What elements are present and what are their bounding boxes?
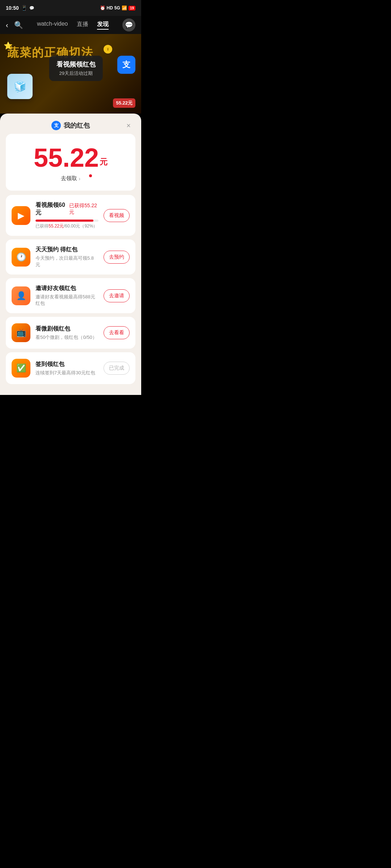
clock-icon: 🕐 [16, 252, 26, 262]
avatar[interactable]: 💬 [122, 18, 135, 31]
alipay-icon: 支 [122, 59, 130, 70]
task-progress-fill [35, 220, 93, 222]
modal-title: 支 我的红包 [51, 121, 90, 130]
task-title-invite: 邀请好友领红包 [35, 285, 98, 292]
hd-label: HD [107, 5, 113, 10]
drama-icon: 📺 [16, 328, 26, 337]
collect-button[interactable]: 去领取 › [13, 175, 128, 182]
nav-tabs: watch-video 直播 发现 [37, 21, 108, 30]
task-earned: 已获得55.22元 [69, 203, 98, 216]
task-icon-friend: 👤 [12, 286, 30, 305]
task-desc-signin: 连续签到7天最高得30元红包 [35, 370, 98, 376]
task-content-video: 看视频领60元 已获得55.22元 已获得55.22元/60.00元（92%） [35, 201, 98, 229]
task-card-watch-drama: 📺 看微剧领红包 看50个微剧，领红包（0/50） 去看看 [6, 317, 135, 349]
time: 10:50 [6, 5, 19, 11]
task-row: 🕐 天天预约 得红包 今天预约，次日最高可领5.8元 去预约 [12, 246, 130, 268]
task-desc-reserve: 今天预约，次日最高可领5.8元 [35, 255, 98, 268]
coin-icon: ¥ [104, 45, 112, 54]
task-card-watch-video: ▶ 看视频领60元 已获得55.22元 已获得55.22元/60.00元（92%… [6, 195, 135, 236]
task-title-text: 看视频领60元 [35, 201, 67, 217]
watch-video-button[interactable]: 看视频 [104, 209, 130, 222]
task-desc-invite: 邀请好友看视频最高得588元红包 [35, 294, 98, 307]
notification-icon: 💬 [29, 6, 34, 10]
task-progress-bar-container [35, 220, 98, 222]
alipay-small-icon: 支 [51, 121, 61, 130]
task-desc-drama: 看50个微剧，领红包（0/50） [35, 334, 98, 341]
task-icon-clock: 🕐 [12, 248, 30, 267]
task-title-signin: 签到领红包 [35, 361, 98, 368]
popup-title: 看视频领红包 [56, 60, 96, 69]
chevron-right-icon: › [79, 176, 80, 182]
task-card-daily-reserve: 🕐 天天预约 得红包 今天预约，次日最高可领5.8元 去预约 [6, 239, 135, 275]
task-content-drama: 看微剧领红包 看50个微剧，领红包（0/50） [35, 325, 98, 341]
watch-drama-button[interactable]: 去看看 [104, 326, 130, 339]
add-friend-icon: 👤 [16, 291, 26, 301]
popup-sub: 29天后活动过期 [56, 70, 96, 77]
tab-live[interactable]: 直播 [77, 21, 88, 30]
task-icon-signin: ✅ [12, 359, 30, 378]
alarm-icon: ⏰ [100, 5, 105, 10]
signin-done-button: 已完成 [104, 362, 130, 375]
task-icon-video: ▶ [12, 206, 30, 225]
tab-discover[interactable]: 发现 [97, 21, 109, 30]
amount-badge: 55.22元 [113, 98, 135, 108]
amount-value: 55.22 [34, 143, 99, 172]
reserve-button[interactable]: 去预约 [104, 251, 130, 264]
modal-header: 支 我的红包 × [0, 114, 141, 134]
task-icon-drama: 📺 [12, 323, 30, 342]
modal-title-text: 我的红包 [64, 121, 90, 130]
star-icon: ⭐ [4, 41, 13, 50]
task-progress-text: 已获得55.22元/60.00元（92%） [35, 223, 98, 229]
amount-card: 55.22元 去领取 › [6, 134, 135, 191]
task-row: 👤 邀请好友领红包 邀请好友看视频最高得588元红包 去邀请 [12, 285, 130, 307]
task-title-drama: 看微剧领红包 [35, 325, 98, 333]
signal-label: 5G [114, 5, 120, 10]
task-content-signin: 签到领红包 连续签到7天最高得30元红包 [35, 361, 98, 376]
tab-follow[interactable]: watch-video [37, 21, 68, 30]
task-content-invite: 邀请好友领红包 邀请好友看视频最高得588元红包 [35, 285, 98, 307]
task-row: ✅ 签到领红包 连续签到7天最高得30元红包 已完成 [12, 359, 130, 378]
close-button[interactable]: × [123, 120, 134, 131]
avatar-icon: 💬 [125, 21, 133, 29]
mascot-face: 🧊 [14, 81, 26, 93]
signal-bars-icon: 📶 [122, 5, 127, 10]
battery-indicator: 19 [129, 6, 135, 10]
collect-text: 去领取 [61, 175, 77, 182]
alipay-badge: 支 [117, 56, 135, 74]
task-card-signin: ✅ 签到领红包 连续签到7天最高得30元红包 已完成 [6, 352, 135, 384]
video-banner: 蔬菜的正确切法 ⭐ ¥ 🧊 看视频领红包 29天后活动过期 支 55.22元 [0, 34, 141, 114]
task-title-video: 看视频领60元 已获得55.22元 [35, 201, 98, 217]
task-row: ▶ 看视频领60元 已获得55.22元 已获得55.22元/60.00元（92%… [12, 201, 130, 229]
invite-button[interactable]: 去邀请 [104, 289, 130, 302]
amount-unit: 元 [100, 157, 108, 166]
search-icon[interactable]: 🔍 [14, 21, 23, 29]
status-right: ⏰ HD 5G 📶 19 [100, 5, 135, 10]
mascot: 🧊 [7, 74, 40, 106]
status-bar: 10:50 📱 💬 ⏰ HD 5G 📶 19 [0, 0, 141, 16]
task-title-reserve: 天天预约 得红包 [35, 246, 98, 254]
task-card-invite-friend: 👤 邀请好友领红包 邀请好友看视频最高得588元红包 去邀请 [6, 278, 135, 313]
nav-left-icons: ‹ 🔍 [6, 21, 23, 29]
modal-sheet: 支 我的红包 × 55.22元 去领取 › ▶ 看视频领60元 已获得55.22… [0, 114, 141, 395]
status-left: 10:50 📱 💬 [6, 5, 34, 11]
amount-display: 55.22元 [13, 145, 128, 171]
task-row: 📺 看微剧领红包 看50个微剧，领红包（0/50） 去看看 [12, 323, 130, 342]
task-content-reserve: 天天预约 得红包 今天预约，次日最高可领5.8元 [35, 246, 98, 268]
signin-icon: ✅ [16, 363, 26, 373]
play-icon: ▶ [18, 210, 24, 221]
back-icon[interactable]: ‹ [6, 21, 8, 29]
banner-popup: 看视频领红包 29天后活动过期 [49, 56, 103, 81]
nav-bar: ‹ 🔍 watch-video 直播 发现 💬 [0, 16, 141, 34]
device-icon: 📱 [21, 5, 27, 11]
notification-dot [89, 174, 92, 177]
